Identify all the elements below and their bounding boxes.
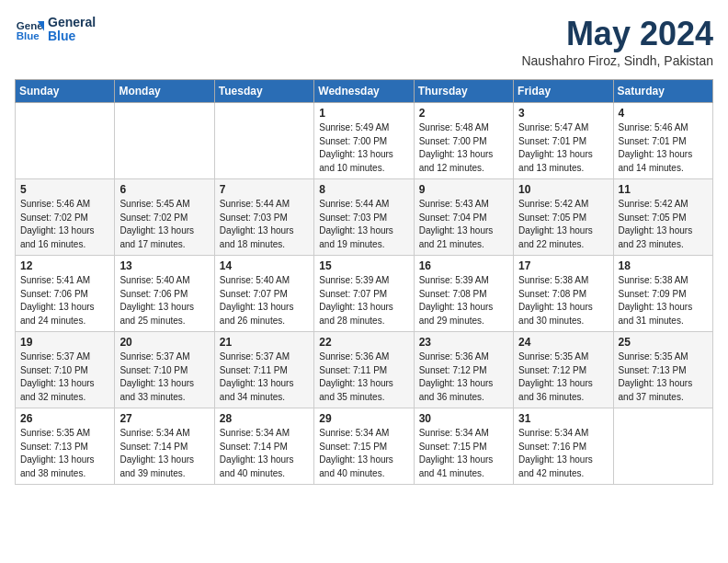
calendar-cell: 16Sunrise: 5:39 AM Sunset: 7:08 PM Dayli… (414, 256, 513, 332)
calendar-week-row: 19Sunrise: 5:37 AM Sunset: 7:10 PM Dayli… (16, 332, 713, 408)
day-info: Sunrise: 5:47 AM Sunset: 7:01 PM Dayligh… (518, 121, 608, 175)
calendar-cell: 25Sunrise: 5:35 AM Sunset: 7:13 PM Dayli… (613, 332, 712, 408)
day-info: Sunrise: 5:48 AM Sunset: 7:00 PM Dayligh… (419, 121, 508, 175)
day-info: Sunrise: 5:39 AM Sunset: 7:08 PM Dayligh… (419, 274, 508, 327)
calendar-cell: 18Sunrise: 5:38 AM Sunset: 7:09 PM Dayli… (613, 256, 712, 332)
calendar-cell: 5Sunrise: 5:46 AM Sunset: 7:02 PM Daylig… (16, 179, 115, 256)
day-info: Sunrise: 5:44 AM Sunset: 7:03 PM Dayligh… (319, 198, 408, 251)
calendar-cell: 20Sunrise: 5:37 AM Sunset: 7:10 PM Dayli… (115, 332, 214, 408)
calendar-cell: 12Sunrise: 5:41 AM Sunset: 7:06 PM Dayli… (16, 256, 115, 332)
day-info: Sunrise: 5:42 AM Sunset: 7:05 PM Dayligh… (518, 198, 608, 251)
calendar-header-thursday: Thursday (414, 80, 513, 103)
day-info: Sunrise: 5:42 AM Sunset: 7:05 PM Dayligh… (619, 198, 708, 251)
calendar-header-monday: Monday (115, 80, 214, 103)
day-info: Sunrise: 5:34 AM Sunset: 7:15 PM Dayligh… (419, 427, 508, 480)
calendar-header-sunday: Sunday (16, 80, 115, 103)
calendar-cell: 27Sunrise: 5:34 AM Sunset: 7:14 PM Dayli… (115, 408, 214, 485)
calendar-cell: 2Sunrise: 5:48 AM Sunset: 7:00 PM Daylig… (414, 103, 513, 179)
calendar-cell: 3Sunrise: 5:47 AM Sunset: 7:01 PM Daylig… (514, 103, 613, 179)
calendar-header-friday: Friday (514, 80, 613, 103)
day-info: Sunrise: 5:43 AM Sunset: 7:04 PM Dayligh… (419, 198, 508, 251)
day-number: 14 (220, 259, 309, 272)
day-number: 7 (220, 183, 309, 196)
calendar-cell: 22Sunrise: 5:36 AM Sunset: 7:11 PM Dayli… (314, 332, 414, 408)
calendar-cell: 28Sunrise: 5:34 AM Sunset: 7:14 PM Dayli… (214, 408, 313, 485)
day-number: 4 (619, 107, 708, 120)
day-info: Sunrise: 5:40 AM Sunset: 7:06 PM Dayligh… (119, 274, 209, 327)
calendar-cell: 11Sunrise: 5:42 AM Sunset: 7:05 PM Dayli… (613, 179, 712, 256)
calendar-cell: 23Sunrise: 5:36 AM Sunset: 7:12 PM Dayli… (414, 332, 513, 408)
day-number: 21 (220, 336, 309, 349)
calendar-cell: 15Sunrise: 5:39 AM Sunset: 7:07 PM Dayli… (314, 256, 414, 332)
day-info: Sunrise: 5:37 AM Sunset: 7:11 PM Dayligh… (220, 350, 309, 404)
day-info: Sunrise: 5:46 AM Sunset: 7:01 PM Dayligh… (619, 121, 708, 175)
calendar-cell: 8Sunrise: 5:44 AM Sunset: 7:03 PM Daylig… (314, 179, 414, 256)
day-info: Sunrise: 5:46 AM Sunset: 7:02 PM Dayligh… (20, 198, 109, 251)
page-header: General Blue General Blue May 2024 Naush… (15, 15, 713, 68)
calendar-cell (214, 103, 313, 179)
day-number: 31 (518, 412, 608, 425)
day-info: Sunrise: 5:35 AM Sunset: 7:13 PM Dayligh… (619, 350, 708, 404)
day-number: 29 (319, 412, 408, 425)
day-info: Sunrise: 5:35 AM Sunset: 7:13 PM Dayligh… (20, 427, 109, 480)
day-info: Sunrise: 5:38 AM Sunset: 7:08 PM Dayligh… (518, 274, 608, 327)
calendar-cell: 7Sunrise: 5:44 AM Sunset: 7:03 PM Daylig… (214, 179, 313, 256)
calendar-week-row: 26Sunrise: 5:35 AM Sunset: 7:13 PM Dayli… (16, 408, 713, 485)
calendar-week-row: 5Sunrise: 5:46 AM Sunset: 7:02 PM Daylig… (16, 179, 713, 256)
day-number: 5 (20, 183, 109, 196)
day-info: Sunrise: 5:34 AM Sunset: 7:15 PM Dayligh… (319, 427, 408, 480)
day-number: 19 (20, 336, 109, 349)
day-info: Sunrise: 5:45 AM Sunset: 7:02 PM Dayligh… (119, 198, 209, 251)
calendar-cell: 14Sunrise: 5:40 AM Sunset: 7:07 PM Dayli… (214, 256, 313, 332)
title-block: May 2024 Naushahro Firoz, Sindh, Pakista… (521, 15, 713, 68)
day-info: Sunrise: 5:36 AM Sunset: 7:12 PM Dayligh… (419, 350, 508, 404)
day-info: Sunrise: 5:35 AM Sunset: 7:12 PM Dayligh… (518, 350, 608, 404)
calendar-cell: 30Sunrise: 5:34 AM Sunset: 7:15 PM Dayli… (414, 408, 513, 485)
day-number: 1 (319, 107, 408, 120)
calendar-cell: 9Sunrise: 5:43 AM Sunset: 7:04 PM Daylig… (414, 179, 513, 256)
calendar-header-saturday: Saturday (613, 80, 712, 103)
calendar-week-row: 12Sunrise: 5:41 AM Sunset: 7:06 PM Dayli… (16, 256, 713, 332)
svg-text:Blue: Blue (17, 30, 40, 41)
day-info: Sunrise: 5:38 AM Sunset: 7:09 PM Dayligh… (619, 274, 708, 327)
calendar-cell (613, 408, 712, 485)
day-info: Sunrise: 5:34 AM Sunset: 7:14 PM Dayligh… (119, 427, 209, 480)
calendar-cell: 4Sunrise: 5:46 AM Sunset: 7:01 PM Daylig… (613, 103, 712, 179)
day-info: Sunrise: 5:49 AM Sunset: 7:00 PM Dayligh… (319, 121, 408, 175)
month-title: May 2024 (521, 15, 713, 53)
day-number: 20 (119, 336, 209, 349)
calendar-cell (16, 103, 115, 179)
day-number: 10 (518, 183, 608, 196)
day-number: 24 (518, 336, 608, 349)
day-info: Sunrise: 5:34 AM Sunset: 7:14 PM Dayligh… (220, 427, 309, 480)
day-info: Sunrise: 5:39 AM Sunset: 7:07 PM Dayligh… (319, 274, 408, 327)
day-number: 16 (419, 259, 508, 272)
logo-blue: Blue (48, 29, 96, 43)
day-info: Sunrise: 5:37 AM Sunset: 7:10 PM Dayligh… (20, 350, 109, 404)
calendar-cell (115, 103, 214, 179)
day-info: Sunrise: 5:40 AM Sunset: 7:07 PM Dayligh… (220, 274, 309, 327)
calendar-table: SundayMondayTuesdayWednesdayThursdayFrid… (15, 79, 713, 485)
day-number: 6 (119, 183, 209, 196)
logo-general: General (48, 16, 96, 29)
day-number: 26 (20, 412, 109, 425)
calendar-cell: 26Sunrise: 5:35 AM Sunset: 7:13 PM Dayli… (16, 408, 115, 485)
day-number: 17 (518, 259, 608, 272)
calendar-cell: 17Sunrise: 5:38 AM Sunset: 7:08 PM Dayli… (514, 256, 613, 332)
day-number: 12 (20, 259, 109, 272)
day-info: Sunrise: 5:37 AM Sunset: 7:10 PM Dayligh… (119, 350, 209, 404)
day-number: 13 (119, 259, 209, 272)
calendar-header-wednesday: Wednesday (314, 80, 414, 103)
day-info: Sunrise: 5:36 AM Sunset: 7:11 PM Dayligh… (319, 350, 408, 404)
calendar-header-tuesday: Tuesday (214, 80, 313, 103)
day-info: Sunrise: 5:34 AM Sunset: 7:16 PM Dayligh… (518, 427, 608, 480)
day-number: 22 (319, 336, 408, 349)
logo-icon: General Blue (15, 15, 44, 44)
day-number: 28 (220, 412, 309, 425)
calendar-cell: 21Sunrise: 5:37 AM Sunset: 7:11 PM Dayli… (214, 332, 313, 408)
day-number: 3 (518, 107, 608, 120)
day-info: Sunrise: 5:41 AM Sunset: 7:06 PM Dayligh… (20, 274, 109, 327)
calendar-cell: 13Sunrise: 5:40 AM Sunset: 7:06 PM Dayli… (115, 256, 214, 332)
day-number: 30 (419, 412, 508, 425)
logo: General Blue General Blue (15, 15, 96, 44)
